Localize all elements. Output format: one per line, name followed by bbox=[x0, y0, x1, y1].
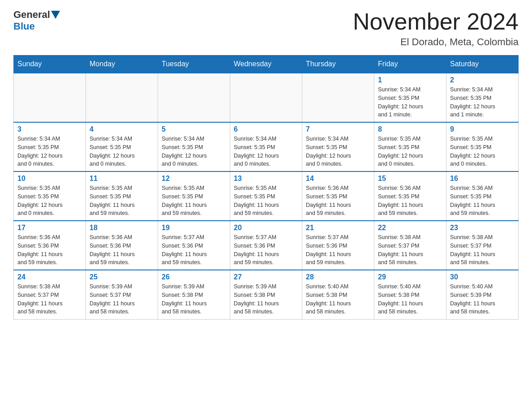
calendar-cell: 9Sunrise: 5:35 AMSunset: 5:35 PMDaylight… bbox=[446, 122, 519, 171]
calendar-cell: 10Sunrise: 5:35 AMSunset: 5:35 PMDayligh… bbox=[14, 171, 86, 221]
calendar-cell bbox=[158, 73, 230, 122]
day-number: 23 bbox=[450, 224, 515, 232]
weekday-header-sunday: Sunday bbox=[14, 56, 86, 73]
week-row-0: 1Sunrise: 5:34 AMSunset: 5:35 PMDaylight… bbox=[14, 73, 519, 122]
day-info: Sunrise: 5:40 AMSunset: 5:38 PMDaylight:… bbox=[378, 283, 442, 316]
calendar-cell bbox=[302, 73, 374, 122]
day-info: Sunrise: 5:38 AMSunset: 5:37 PMDaylight:… bbox=[17, 283, 82, 316]
calendar-cell: 26Sunrise: 5:39 AMSunset: 5:38 PMDayligh… bbox=[158, 270, 230, 319]
day-info: Sunrise: 5:34 AMSunset: 5:35 PMDaylight:… bbox=[17, 135, 82, 168]
weekday-header-thursday: Thursday bbox=[302, 56, 374, 73]
calendar-cell: 12Sunrise: 5:35 AMSunset: 5:35 PMDayligh… bbox=[158, 171, 230, 221]
day-number: 15 bbox=[378, 175, 442, 183]
day-number: 9 bbox=[450, 125, 515, 133]
day-info: Sunrise: 5:34 AMSunset: 5:35 PMDaylight:… bbox=[450, 86, 515, 119]
day-number: 16 bbox=[450, 175, 515, 183]
day-number: 14 bbox=[306, 175, 370, 183]
day-number: 21 bbox=[306, 224, 370, 232]
calendar-table: SundayMondayTuesdayWednesdayThursdayFrid… bbox=[13, 55, 519, 320]
weekday-header-row: SundayMondayTuesdayWednesdayThursdayFrid… bbox=[14, 56, 519, 73]
day-number: 1 bbox=[378, 76, 442, 84]
logo-blue-text: Blue bbox=[13, 21, 35, 32]
weekday-header-tuesday: Tuesday bbox=[158, 56, 230, 73]
day-number: 25 bbox=[90, 273, 154, 281]
calendar-cell bbox=[14, 73, 86, 122]
day-number: 10 bbox=[17, 175, 82, 183]
day-number: 3 bbox=[17, 125, 82, 133]
calendar-cell: 7Sunrise: 5:34 AMSunset: 5:35 PMDaylight… bbox=[302, 122, 374, 171]
day-number: 6 bbox=[234, 125, 298, 133]
day-number: 28 bbox=[306, 273, 370, 281]
calendar-cell: 28Sunrise: 5:40 AMSunset: 5:38 PMDayligh… bbox=[302, 270, 374, 319]
calendar-cell: 3Sunrise: 5:34 AMSunset: 5:35 PMDaylight… bbox=[14, 122, 86, 171]
week-row-1: 3Sunrise: 5:34 AMSunset: 5:35 PMDaylight… bbox=[14, 122, 519, 171]
day-number: 24 bbox=[17, 273, 82, 281]
calendar-cell: 18Sunrise: 5:36 AMSunset: 5:36 PMDayligh… bbox=[86, 221, 158, 270]
calendar-cell bbox=[230, 73, 302, 122]
month-title: November 2024 bbox=[353, 9, 519, 34]
calendar-cell: 4Sunrise: 5:34 AMSunset: 5:35 PMDaylight… bbox=[86, 122, 158, 171]
calendar-cell: 23Sunrise: 5:38 AMSunset: 5:37 PMDayligh… bbox=[446, 221, 519, 270]
logo: General Blue bbox=[13, 9, 61, 32]
day-number: 26 bbox=[162, 273, 226, 281]
day-number: 30 bbox=[450, 273, 515, 281]
calendar-cell: 20Sunrise: 5:37 AMSunset: 5:36 PMDayligh… bbox=[230, 221, 302, 270]
day-info: Sunrise: 5:36 AMSunset: 5:35 PMDaylight:… bbox=[306, 184, 370, 218]
day-number: 13 bbox=[234, 175, 298, 183]
day-info: Sunrise: 5:37 AMSunset: 5:36 PMDaylight:… bbox=[306, 233, 370, 267]
day-info: Sunrise: 5:40 AMSunset: 5:39 PMDaylight:… bbox=[450, 283, 515, 316]
calendar-cell: 17Sunrise: 5:36 AMSunset: 5:36 PMDayligh… bbox=[14, 221, 86, 270]
day-number: 20 bbox=[234, 224, 298, 232]
logo-general-text: General bbox=[13, 9, 50, 21]
calendar-cell: 5Sunrise: 5:34 AMSunset: 5:35 PMDaylight… bbox=[158, 122, 230, 171]
calendar-cell: 22Sunrise: 5:38 AMSunset: 5:37 PMDayligh… bbox=[374, 221, 446, 270]
calendar-cell: 6Sunrise: 5:34 AMSunset: 5:35 PMDaylight… bbox=[230, 122, 302, 171]
calendar-cell: 30Sunrise: 5:40 AMSunset: 5:39 PMDayligh… bbox=[446, 270, 519, 319]
week-row-2: 10Sunrise: 5:35 AMSunset: 5:35 PMDayligh… bbox=[14, 171, 519, 221]
calendar-cell: 11Sunrise: 5:35 AMSunset: 5:35 PMDayligh… bbox=[86, 171, 158, 221]
day-info: Sunrise: 5:37 AMSunset: 5:36 PMDaylight:… bbox=[234, 233, 298, 267]
header: General Blue November 2024 El Dorado, Me… bbox=[13, 9, 519, 48]
week-row-4: 24Sunrise: 5:38 AMSunset: 5:37 PMDayligh… bbox=[14, 270, 519, 319]
day-info: Sunrise: 5:37 AMSunset: 5:36 PMDaylight:… bbox=[162, 233, 226, 267]
day-info: Sunrise: 5:39 AMSunset: 5:38 PMDaylight:… bbox=[162, 283, 226, 316]
day-number: 2 bbox=[450, 76, 515, 84]
day-number: 29 bbox=[378, 273, 442, 281]
calendar-cell: 25Sunrise: 5:39 AMSunset: 5:37 PMDayligh… bbox=[86, 270, 158, 319]
weekday-header-saturday: Saturday bbox=[446, 56, 519, 73]
day-number: 19 bbox=[162, 224, 226, 232]
day-info: Sunrise: 5:36 AMSunset: 5:36 PMDaylight:… bbox=[17, 233, 82, 267]
weekday-header-monday: Monday bbox=[86, 56, 158, 73]
weekday-header-friday: Friday bbox=[374, 56, 446, 73]
day-info: Sunrise: 5:35 AMSunset: 5:35 PMDaylight:… bbox=[378, 135, 442, 168]
calendar-cell: 2Sunrise: 5:34 AMSunset: 5:35 PMDaylight… bbox=[446, 73, 519, 122]
day-info: Sunrise: 5:35 AMSunset: 5:35 PMDaylight:… bbox=[450, 135, 515, 168]
calendar-cell: 16Sunrise: 5:36 AMSunset: 5:35 PMDayligh… bbox=[446, 171, 519, 221]
day-info: Sunrise: 5:34 AMSunset: 5:35 PMDaylight:… bbox=[306, 135, 370, 168]
day-info: Sunrise: 5:34 AMSunset: 5:35 PMDaylight:… bbox=[90, 135, 154, 168]
calendar-cell: 21Sunrise: 5:37 AMSunset: 5:36 PMDayligh… bbox=[302, 221, 374, 270]
calendar-cell bbox=[86, 73, 158, 122]
calendar-cell: 29Sunrise: 5:40 AMSunset: 5:38 PMDayligh… bbox=[374, 270, 446, 319]
calendar-cell: 15Sunrise: 5:36 AMSunset: 5:35 PMDayligh… bbox=[374, 171, 446, 221]
day-info: Sunrise: 5:34 AMSunset: 5:35 PMDaylight:… bbox=[378, 86, 442, 119]
day-info: Sunrise: 5:35 AMSunset: 5:35 PMDaylight:… bbox=[90, 184, 154, 218]
day-info: Sunrise: 5:36 AMSunset: 5:36 PMDaylight:… bbox=[90, 233, 154, 267]
day-info: Sunrise: 5:34 AMSunset: 5:35 PMDaylight:… bbox=[162, 135, 226, 168]
day-number: 17 bbox=[17, 224, 82, 232]
title-area: November 2024 El Dorado, Meta, Colombia bbox=[353, 9, 519, 48]
week-row-3: 17Sunrise: 5:36 AMSunset: 5:36 PMDayligh… bbox=[14, 221, 519, 270]
day-info: Sunrise: 5:40 AMSunset: 5:38 PMDaylight:… bbox=[306, 283, 370, 316]
day-number: 4 bbox=[90, 125, 154, 133]
calendar-cell: 24Sunrise: 5:38 AMSunset: 5:37 PMDayligh… bbox=[14, 270, 86, 319]
day-info: Sunrise: 5:38 AMSunset: 5:37 PMDaylight:… bbox=[378, 233, 442, 267]
day-info: Sunrise: 5:35 AMSunset: 5:35 PMDaylight:… bbox=[162, 184, 226, 218]
day-number: 27 bbox=[234, 273, 298, 281]
calendar-cell: 27Sunrise: 5:39 AMSunset: 5:38 PMDayligh… bbox=[230, 270, 302, 319]
day-number: 5 bbox=[162, 125, 226, 133]
day-info: Sunrise: 5:35 AMSunset: 5:35 PMDaylight:… bbox=[17, 184, 82, 218]
calendar-cell: 19Sunrise: 5:37 AMSunset: 5:36 PMDayligh… bbox=[158, 221, 230, 270]
day-info: Sunrise: 5:39 AMSunset: 5:38 PMDaylight:… bbox=[234, 283, 298, 316]
day-info: Sunrise: 5:36 AMSunset: 5:35 PMDaylight:… bbox=[378, 184, 442, 218]
calendar-cell: 13Sunrise: 5:35 AMSunset: 5:35 PMDayligh… bbox=[230, 171, 302, 221]
